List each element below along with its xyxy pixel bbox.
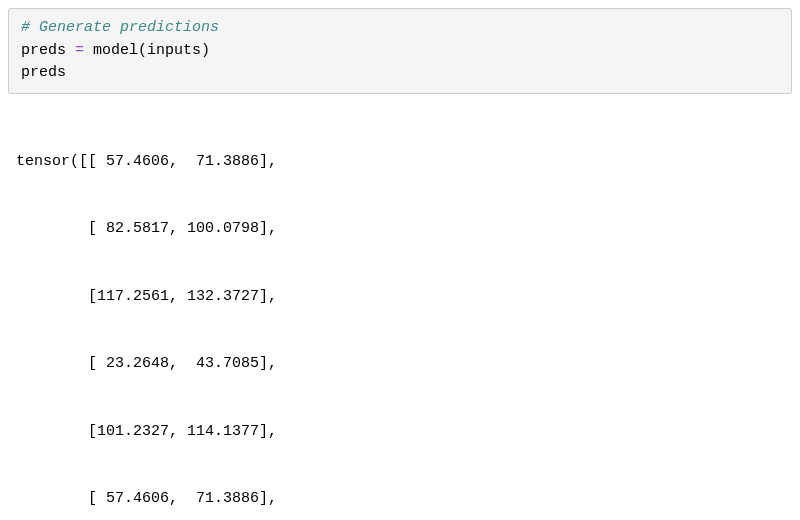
tensor-row: [ 57.4606, 71.3886], [88,153,277,170]
output-line-3: [ 23.2648, 43.7085], [16,353,784,376]
code-expr: preds [21,64,66,81]
tensor-row: [117.2561, 132.3727], [88,288,277,305]
tensor-row: [ 23.2648, 43.7085], [88,355,277,372]
code-comment: # Generate predictions [21,19,219,36]
tensor-row: [ 82.5817, 100.0798], [88,220,277,237]
output-line-5: [ 57.4606, 71.3886], [16,488,784,511]
output-line-0: tensor([[ 57.4606, 71.3886], [16,151,784,174]
output-line-2: [117.2561, 132.3727], [16,286,784,309]
code-line-3: preds [21,62,779,85]
code-output-cell: tensor([[ 57.4606, 71.3886], [ 82.5817, … [8,106,792,521]
assign-operator: = [75,42,84,59]
tensor-row: [101.2327, 114.1377], [88,423,277,440]
code-line-2: preds = model(inputs) [21,40,779,63]
tensor-prefix: tensor([ [16,153,88,170]
code-input-cell: # Generate predictions preds = model(inp… [8,8,792,94]
code-call: model(inputs) [84,42,210,59]
code-line-1: # Generate predictions [21,17,779,40]
code-var: preds [21,42,75,59]
output-line-4: [101.2327, 114.1377], [16,421,784,444]
output-line-1: [ 82.5817, 100.0798], [16,218,784,241]
tensor-row: [ 57.4606, 71.3886], [88,490,277,507]
